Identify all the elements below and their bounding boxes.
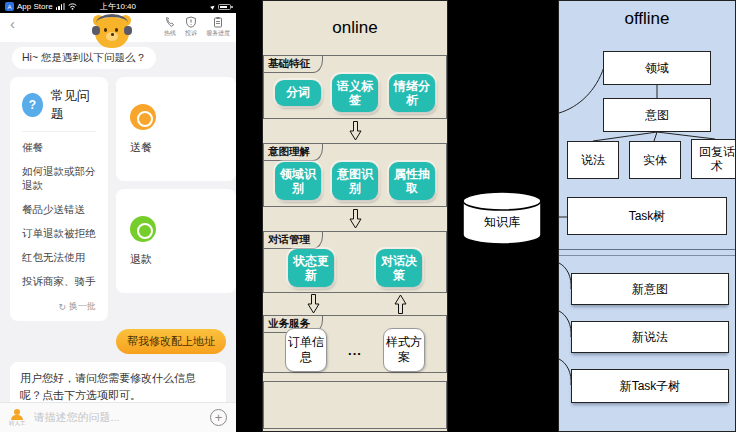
service-progress-button[interactable]: 服务进度 [206,16,230,38]
online-pipeline-panel: online 基础特征 分词 语义标签 情绪分析 意图理解 领域识别 意图识别 … [262,0,448,432]
battery-icon [218,4,231,10]
location-icon [210,4,216,10]
faq-item[interactable]: 投诉商家、骑手 [22,270,96,294]
arrow-down-icon [307,294,320,314]
faq-item[interactable]: 红包无法使用 [22,246,96,270]
agent-person-icon [10,409,24,420]
module-box: 分词 [275,80,321,106]
tree-node-intent: 意图 [603,98,711,132]
figure-canvas: A App Store 上午10:40 ‹ 热线 投诉 服务进度 [0,0,736,432]
service-box: 订单信息 [285,328,327,372]
message-input-bar: 转人工 请描述您的问题... + [0,402,236,432]
app-store-link[interactable]: App Store [17,2,53,11]
arrow-up-icon [394,294,407,314]
chat-area: Hi~ 您是遇到以下问题么？ ? 常见问题 催餐 如何退款或部分退款 餐品少送错… [0,42,236,432]
status-time: 上午10:40 [100,1,136,12]
back-button[interactable]: ‹ [10,16,15,31]
flow-gap [263,207,447,231]
flow-gap [263,293,447,315]
refresh-button[interactable]: ↻ 换一批 [22,300,96,313]
transfer-agent-label: 转人工 [9,420,26,427]
phone-icon [164,16,176,28]
section-intent-understanding: 意图理解 领域识别 意图识别 属性抽取 [263,143,447,207]
faq-icon: ? [22,93,43,117]
refund-icon [130,216,156,242]
service-progress-label: 服务进度 [206,29,230,38]
knowledge-base-cylinder: 知识库 [460,190,544,248]
new-task-subtree-box: 新Task子树 [571,369,729,403]
phone-screenshot: A App Store 上午10:40 ‹ 热线 投诉 服务进度 [0,0,236,432]
bot-greeting-bubble: Hi~ 您是遇到以下问题么？ [12,47,156,69]
faq-item[interactable]: 如何退款或部分退款 [22,160,96,198]
delivery-card[interactable]: 送餐 [116,77,236,181]
mascot-avatar [92,13,132,53]
signal-icon [56,3,65,10]
message-input[interactable]: 请描述您的问题... [34,410,203,425]
module-box: 情绪分析 [389,74,435,113]
module-box: 状态更新 [288,249,334,288]
refund-card[interactable]: 退款 [116,189,236,293]
delivery-icon [130,104,156,130]
divider-double-line [559,249,735,256]
knowledge-base-label: 知识库 [460,214,544,231]
module-box: 领域识别 [275,162,321,201]
module-box: 语义标签 [332,74,378,113]
tree-node-domain: 领域 [603,51,711,85]
section-business-services: 业务服务 订单信息 ... 样式方案 [263,315,447,373]
shield-icon [185,16,197,28]
clipboard-icon [212,16,224,28]
wifi-icon [68,3,77,10]
tree-node-entity: 实体 [629,141,681,179]
module-box: 对话决策 [376,249,422,288]
offline-title: offline [559,9,735,29]
ellipsis: ... [348,343,362,358]
arrow-down-icon [349,121,362,141]
complaint-button[interactable]: 投诉 [185,16,197,38]
refresh-icon: ↻ [58,302,66,312]
refresh-label: 换一批 [69,300,96,313]
module-box: 意图识别 [332,162,378,201]
faq-item[interactable]: 订单退款被拒绝 [22,222,96,246]
service-box: 样式方案 [383,328,425,372]
flow-gap [263,119,447,143]
new-utterance-box: 新说法 [571,321,729,353]
bot-reply-text: 用户您好，请问您需要修改什么信息呢？点击下方选项即可。 [20,370,216,403]
delivery-label: 送餐 [130,140,236,155]
offline-structure-panel: offline 领域 意图 说法 实体 回复话术 Task树 新意图 新说法 新… [558,0,736,432]
faq-item[interactable]: 催餐 [22,136,96,160]
refund-label: 退款 [130,252,236,267]
section-basic-features: 基础特征 分词 语义标签 情绪分析 [263,55,447,119]
app-store-icon: A [5,2,14,11]
new-intent-box: 新意图 [571,273,729,305]
online-title: online [263,1,447,55]
plus-button[interactable]: + [210,409,227,426]
faq-card: ? 常见问题 催餐 如何退款或部分退款 餐品少送错送 订单退款被拒绝 红包无法使… [10,77,108,321]
arrow-down-icon [349,209,362,229]
section-empty [263,381,447,429]
hotline-button[interactable]: 热线 [164,16,176,38]
faq-title: 常见问题 [51,87,96,123]
task-tree-box: Task树 [567,197,727,235]
complaint-label: 投诉 [185,29,197,38]
tree-node-utterance: 说法 [567,141,619,179]
section-dialog-management: 对话管理 状态更新 对话决策 [263,231,447,293]
status-bar: A App Store 上午10:40 [0,0,236,13]
module-box: 属性抽取 [389,162,435,201]
user-message-bubble: 帮我修改配上地址 [116,329,226,354]
tree-node-reply-script: 回复话术 [691,139,736,179]
hotline-label: 热线 [164,29,176,38]
transfer-agent-button[interactable]: 转人工 [9,409,26,427]
faq-item[interactable]: 餐品少送错送 [22,198,96,222]
